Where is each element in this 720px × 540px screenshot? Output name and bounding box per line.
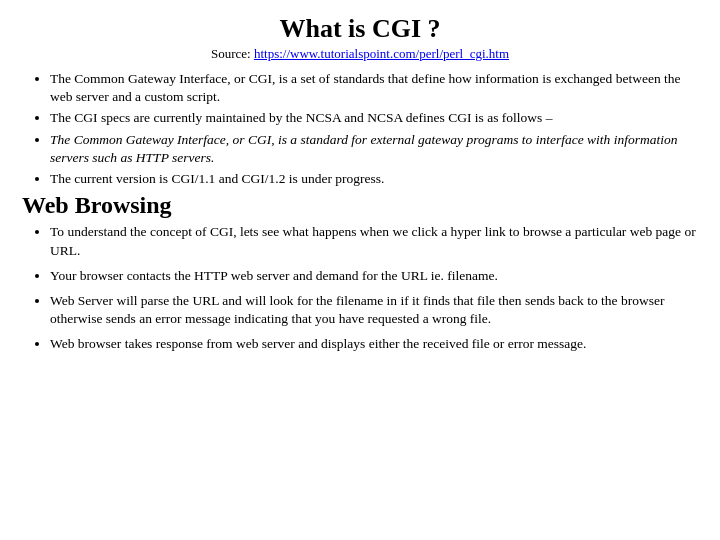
top-bullet-item: The Common Gateway Interface, or CGI, is… (50, 70, 698, 106)
page-container: What is CGI ? Source: https://www.tutori… (0, 0, 720, 540)
top-bullets-section: The Common Gateway Interface, or CGI, is… (22, 70, 698, 188)
page-title: What is CGI ? (22, 14, 698, 44)
top-bullet-list: The Common Gateway Interface, or CGI, is… (22, 70, 698, 188)
top-bullet-item: The current version is CGI/1.1 and CGI/1… (50, 170, 698, 188)
source-line: Source: https://www.tutorialspoint.com/p… (22, 46, 698, 62)
source-link[interactable]: https://www.tutorialspoint.com/perl/perl… (254, 46, 509, 61)
source-label: Source: (211, 46, 254, 61)
top-bullet-item: The CGI specs are currently maintained b… (50, 109, 698, 127)
web-browsing-bullet-item: To understand the concept of CGI, lets s… (50, 223, 698, 259)
top-bullet-item: The Common Gateway Interface, or CGI, is… (50, 131, 698, 167)
web-browsing-bullet-item: Your browser contacts the HTTP web serve… (50, 267, 698, 285)
web-browsing-bullet-item: Web browser takes response from web serv… (50, 335, 698, 353)
web-browsing-bullet-list: To understand the concept of CGI, lets s… (22, 223, 698, 353)
web-browsing-heading: Web Browsing (22, 192, 698, 219)
web-browsing-bullet-item: Web Server will parse the URL and will l… (50, 292, 698, 328)
